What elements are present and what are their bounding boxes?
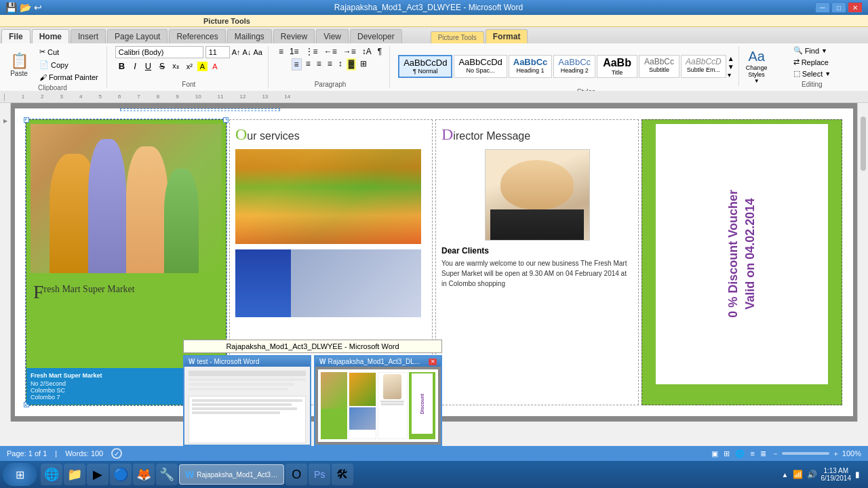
superscript-button[interactable]: x²: [184, 62, 195, 71]
styles-scroll[interactable]: ▲ ▼ ▾: [728, 55, 734, 79]
replace-button[interactable]: ⇄ Replace: [793, 58, 831, 66]
sort-button[interactable]: ↕A: [360, 46, 374, 57]
tray-show-btn[interactable]: ▲: [782, 471, 789, 479]
tab-file[interactable]: File: [1, 29, 31, 43]
italic-button[interactable]: I: [130, 60, 140, 73]
panel3-header-rest: irector Message: [453, 130, 530, 142]
thumb-doc-content: [189, 396, 306, 443]
tab-developer[interactable]: Developer: [350, 29, 402, 43]
taskbar-word-btn[interactable]: W Rajapaksha_Mod1_Act3_DLWYEE - Microsof…: [179, 464, 284, 485]
shrink-font-button[interactable]: A↓: [243, 48, 252, 56]
align-right-button[interactable]: ≡: [315, 58, 323, 70]
tab-format[interactable]: Format: [486, 29, 528, 43]
popup-win2[interactable]: W Rajapaksha_Mod1_Act3_DL... ✕: [314, 355, 442, 446]
ie-icon: 🌐: [44, 467, 59, 482]
popup-win1-title: test - Microsoft Word: [197, 358, 259, 365]
clear-format-button[interactable]: Aa: [253, 48, 262, 56]
proofing-icon[interactable]: ✓: [111, 448, 122, 459]
clock[interactable]: 1:13 AM 6/19/2014: [821, 467, 852, 482]
popup-win1[interactable]: W test - Microsoft Word: [183, 355, 311, 446]
style-no-spacing[interactable]: AaBbCcDd No Spac...: [454, 55, 507, 78]
view-draft-btn[interactable]: ≣: [760, 449, 766, 458]
panel2-header: Our services: [235, 125, 427, 144]
show-marks-button[interactable]: ¶: [376, 46, 384, 57]
style-title[interactable]: AaBb Title: [597, 55, 637, 78]
style-heading2[interactable]: AaBbCc Heading 2: [553, 55, 595, 78]
strikethrough-button[interactable]: S̶: [157, 60, 167, 72]
select-button[interactable]: ⬚ Select▼: [793, 69, 831, 78]
folder-icon: 📁: [67, 467, 82, 482]
style-subtle-em[interactable]: AaBbCcD Subtle Em...: [681, 55, 726, 78]
tray-network-icon[interactable]: 📶: [793, 470, 803, 479]
style-subtitle[interactable]: AaBbCc Subtitle: [639, 55, 679, 78]
thumb-p4: Discount: [409, 372, 435, 439]
line-spacing-button[interactable]: ↕: [336, 58, 344, 70]
taskbar-icon-opera[interactable]: O: [285, 464, 307, 485]
highlight-button[interactable]: A: [197, 62, 208, 71]
taskbar-icon-ps[interactable]: Ps: [309, 464, 330, 485]
tab-picture-tools: Picture Tools: [431, 31, 484, 43]
zoom-in-btn[interactable]: ＋: [832, 449, 840, 459]
scrollbar-thumb[interactable]: [861, 117, 866, 171]
ruler: │ 1 2 3 4 5 6 7 8 9 10 11 12 13 14: [0, 91, 868, 103]
taskbar-icon-ff[interactable]: 🦊: [133, 464, 155, 485]
borders-button[interactable]: ⊞: [358, 58, 369, 70]
tab-references[interactable]: References: [169, 29, 225, 43]
format-painter-button[interactable]: 🖌 Format Painter: [37, 72, 101, 83]
indent-decrease-button[interactable]: ←≡: [322, 46, 339, 57]
font-size-input[interactable]: [205, 46, 230, 58]
windows-icon: ⊞: [16, 468, 24, 481]
clipboard-small-btns: ✂ Cut 📄 Copy 🖌 Format Painter: [37, 46, 101, 83]
multilevel-button[interactable]: ⋮≡: [303, 46, 320, 57]
show-desktop-btn[interactable]: ▮: [855, 470, 860, 479]
bold-button[interactable]: B: [115, 60, 128, 73]
tab-page-layout[interactable]: Page Layout: [107, 29, 167, 43]
start-button[interactable]: ⊞: [3, 463, 37, 486]
subscript-button[interactable]: x₂: [170, 61, 182, 71]
tab-insert[interactable]: Insert: [71, 29, 106, 43]
shading-button[interactable]: ▓: [347, 58, 357, 70]
style-title-preview: AaBb: [601, 57, 633, 69]
zoom-slider[interactable]: [782, 452, 829, 455]
taskbar-icon-ie[interactable]: 🌐: [41, 464, 62, 485]
view-print-btn[interactable]: ▣: [711, 449, 718, 458]
taskbar-icon-misc[interactable]: 🛠: [332, 464, 353, 485]
style-heading1[interactable]: AaBbCc Heading 1: [509, 55, 553, 78]
panel2-image1-overlay: [235, 149, 421, 244]
align-left-button[interactable]: ≡: [292, 58, 302, 70]
taskbar-icon-unknown[interactable]: 🔧: [156, 464, 178, 485]
taskbar-icon-folder[interactable]: 📁: [64, 464, 85, 485]
underline-button[interactable]: U: [142, 60, 155, 73]
thumb-img3: [349, 407, 376, 430]
tray-volume-icon[interactable]: 🔊: [807, 470, 817, 479]
system-tray: ▲ 📶 🔊 1:13 AM 6/19/2014 ▮: [776, 467, 865, 482]
view-web-btn[interactable]: 🌐: [735, 449, 745, 458]
maximize-btn[interactable]: □: [831, 2, 846, 13]
tab-review[interactable]: Review: [273, 29, 315, 43]
numbering-button[interactable]: 1≡: [288, 46, 301, 57]
view-outline-btn[interactable]: ≡: [750, 449, 754, 458]
zoom-out-btn[interactable]: －: [772, 449, 779, 459]
grow-font-button[interactable]: A↑: [232, 48, 241, 56]
font-name-input[interactable]: [115, 46, 203, 58]
taskbar-icon-media[interactable]: ▶: [87, 464, 108, 485]
paste-button[interactable]: 📋 Paste: [4, 47, 34, 81]
align-center-button[interactable]: ≡: [304, 58, 313, 70]
copy-button[interactable]: 📄 Copy: [37, 59, 101, 70]
justify-button[interactable]: ≡: [326, 58, 334, 70]
popup-win2-close[interactable]: ✕: [429, 359, 437, 365]
font-color-button[interactable]: A: [210, 62, 220, 71]
style-normal[interactable]: AaBbCcDd ¶ Normal: [398, 55, 452, 78]
indent-increase-button[interactable]: →≡: [341, 46, 358, 57]
tab-home[interactable]: Home: [32, 29, 69, 43]
minimize-btn[interactable]: ─: [815, 2, 830, 13]
tab-mailings[interactable]: Mailings: [227, 29, 272, 43]
cut-button[interactable]: ✂ Cut: [37, 46, 101, 58]
find-button[interactable]: 🔍 Find▼: [793, 46, 831, 55]
tab-view[interactable]: View: [316, 29, 349, 43]
change-styles-button[interactable]: Aa Change Styles ▼: [738, 46, 774, 87]
taskbar-icon-chrome[interactable]: 🔵: [110, 464, 132, 485]
close-btn[interactable]: ✕: [848, 2, 863, 13]
bullets-button[interactable]: ≡: [277, 46, 285, 57]
view-fullscreen-btn[interactable]: ⊞: [724, 449, 730, 458]
